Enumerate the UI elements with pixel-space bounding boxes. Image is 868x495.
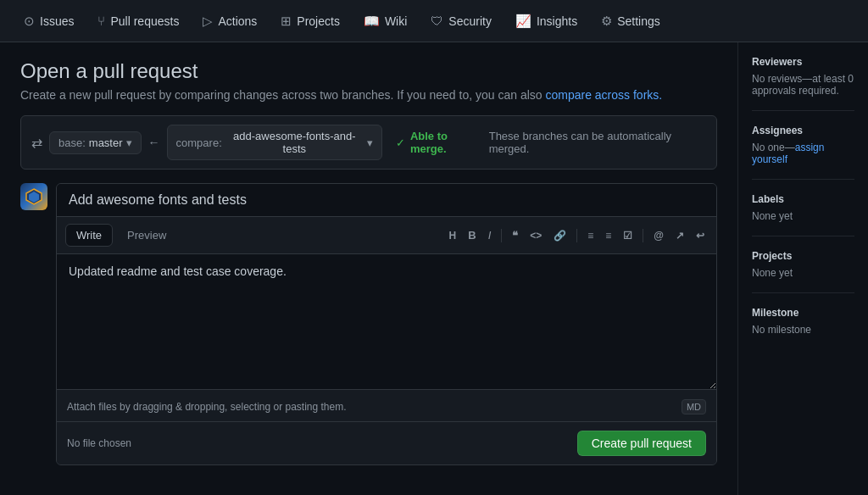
- numbered-button[interactable]: ≡: [602, 228, 615, 243]
- toolbar-separator-1: [501, 229, 502, 242]
- pull-requests-icon: ⑂: [97, 14, 105, 28]
- toolbar-separator-3: [643, 229, 643, 242]
- milestone-title: Milestone: [752, 307, 854, 319]
- nav-item-actions-label: Actions: [218, 14, 257, 28]
- tab-group: Write Preview: [65, 224, 177, 247]
- nav-item-security[interactable]: 🛡 Security: [420, 7, 502, 35]
- milestone-value: No milestone: [752, 324, 854, 336]
- security-icon: 🛡: [431, 14, 443, 28]
- merge-status: ✓ Able to merge. These branches can be a…: [396, 130, 706, 155]
- task-button[interactable]: ☑: [620, 228, 636, 243]
- mention-button[interactable]: @: [650, 228, 667, 243]
- italic-button[interactable]: I: [485, 227, 495, 243]
- heading-button[interactable]: H: [446, 228, 460, 243]
- tab-write[interactable]: Write: [65, 224, 113, 247]
- branch-bar: ⇄ base: master ▾ ← compare: add-awesome-…: [20, 115, 717, 170]
- quote-button[interactable]: ❝: [509, 227, 521, 243]
- pr-form-row: Write Preview H B I ❝ <> 🔗 ≡ ≡: [20, 183, 717, 465]
- projects-title: Projects: [752, 250, 854, 262]
- nav-item-pull-requests[interactable]: ⑂ Pull requests: [87, 7, 189, 35]
- issues-icon: ⊙: [24, 14, 35, 29]
- compare-branch-button[interactable]: compare: add-awesome-fonts-and-tests ▾: [167, 125, 382, 160]
- nav-bar: ⊙ Issues ⑂ Pull requests ▷ Actions ⊞ Pro…: [0, 0, 868, 42]
- sidebar-projects-section: Projects None yet: [752, 250, 854, 293]
- compare-forks-link[interactable]: compare across forks.: [545, 88, 662, 102]
- nav-item-issues[interactable]: ⊙ Issues: [14, 7, 84, 36]
- base-label: base:: [58, 136, 86, 149]
- form-footer: No file chosen Create pull request: [57, 422, 716, 464]
- sidebar-reviewers-section: Reviewers No reviews—at least 0 approval…: [752, 56, 854, 111]
- insights-icon: 📈: [515, 14, 531, 29]
- compare-branch-value: add-awesome-fonts-and-tests: [225, 130, 364, 155]
- assignees-pre: No one: [752, 142, 785, 153]
- nav-item-actions[interactable]: ▷ Actions: [192, 7, 267, 36]
- code-button[interactable]: <>: [526, 228, 545, 243]
- compare-chevron-icon: ▾: [367, 136, 373, 149]
- projects-value: None yet: [752, 267, 854, 279]
- tab-preview[interactable]: Preview: [116, 224, 177, 247]
- file-attach-text: Attach files by dragging & dropping, sel…: [67, 401, 347, 413]
- nav-item-settings-label: Settings: [617, 14, 660, 28]
- file-attach-bar: Attach files by dragging & dropping, sel…: [57, 392, 716, 422]
- nav-item-pull-requests-label: Pull requests: [110, 14, 179, 28]
- nav-item-security-label: Security: [448, 14, 492, 28]
- bold-button[interactable]: B: [465, 227, 479, 243]
- markdown-icon: MD: [682, 399, 706, 414]
- description-textarea[interactable]: Updated readme and test case coverage.: [57, 254, 716, 390]
- assignees-title: Assignees: [752, 125, 854, 136]
- sidebar-milestone-section: Milestone No milestone: [752, 307, 854, 349]
- base-branch-button[interactable]: base: master ▾: [49, 131, 142, 154]
- undo-button[interactable]: ↩: [693, 228, 708, 243]
- reviewers-value: No reviews—at least 0 approvals required…: [752, 73, 854, 97]
- nav-item-insights-label: Insights: [537, 14, 577, 28]
- link-button[interactable]: 🔗: [550, 228, 570, 243]
- reviewers-title: Reviewers: [752, 56, 854, 68]
- bullets-button[interactable]: ≡: [584, 228, 597, 243]
- nav-item-issues-label: Issues: [40, 14, 74, 28]
- assignees-value: No one—assign yourself: [752, 142, 854, 165]
- arrow-icon: ←: [148, 136, 160, 149]
- page-title: Open a pull request: [20, 59, 717, 83]
- sidebar-assignees-section: Assignees No one—assign yourself: [752, 125, 854, 180]
- settings-icon: ⚙: [601, 14, 612, 29]
- labels-title: Labels: [752, 193, 854, 205]
- file-note: No file chosen: [67, 437, 131, 449]
- toolbar-separator-2: [576, 229, 577, 242]
- sidebar: Reviewers No reviews—at least 0 approval…: [737, 42, 868, 495]
- branch-sync-icon: ⇄: [31, 135, 42, 151]
- nav-item-projects[interactable]: ⊞ Projects: [270, 7, 350, 36]
- merge-status-text: These branches can be automatically merg…: [489, 130, 706, 155]
- projects-icon: ⊞: [281, 14, 292, 29]
- editor-tabs: Write Preview H B I ❝ <> 🔗 ≡ ≡: [57, 217, 716, 254]
- pr-form: Write Preview H B I ❝ <> 🔗 ≡ ≡: [56, 183, 717, 465]
- editor-toolbar: H B I ❝ <> 🔗 ≡ ≡ ☑ @ ↗ ↩: [446, 227, 708, 243]
- check-icon: ✓: [396, 136, 405, 149]
- sidebar-labels-section: Labels None yet: [752, 193, 854, 236]
- actions-icon: ▷: [203, 14, 213, 29]
- page-subtitle: Create a new pull request by comparing c…: [20, 88, 717, 102]
- avatar: [20, 183, 47, 210]
- subtitle-text: Create a new pull request by comparing c…: [20, 88, 542, 102]
- nav-item-projects-label: Projects: [297, 14, 340, 28]
- nav-item-insights[interactable]: 📈 Insights: [505, 7, 587, 36]
- base-branch-value: master: [89, 136, 123, 149]
- reference-button[interactable]: ↗: [672, 228, 687, 243]
- merge-able-text: Able to merge.: [410, 130, 484, 155]
- nav-item-wiki-label: Wiki: [385, 14, 407, 28]
- content-area: Open a pull request Create a new pull re…: [0, 42, 868, 495]
- pr-title-input[interactable]: [57, 184, 716, 217]
- nav-item-wiki[interactable]: 📖 Wiki: [353, 7, 417, 36]
- nav-item-settings[interactable]: ⚙ Settings: [591, 7, 670, 36]
- wiki-icon: 📖: [364, 14, 380, 29]
- create-pull-request-button[interactable]: Create pull request: [577, 431, 706, 456]
- compare-label: compare:: [176, 136, 222, 149]
- labels-value: None yet: [752, 210, 854, 222]
- base-chevron-icon: ▾: [126, 136, 132, 149]
- main-panel: Open a pull request Create a new pull re…: [0, 42, 737, 495]
